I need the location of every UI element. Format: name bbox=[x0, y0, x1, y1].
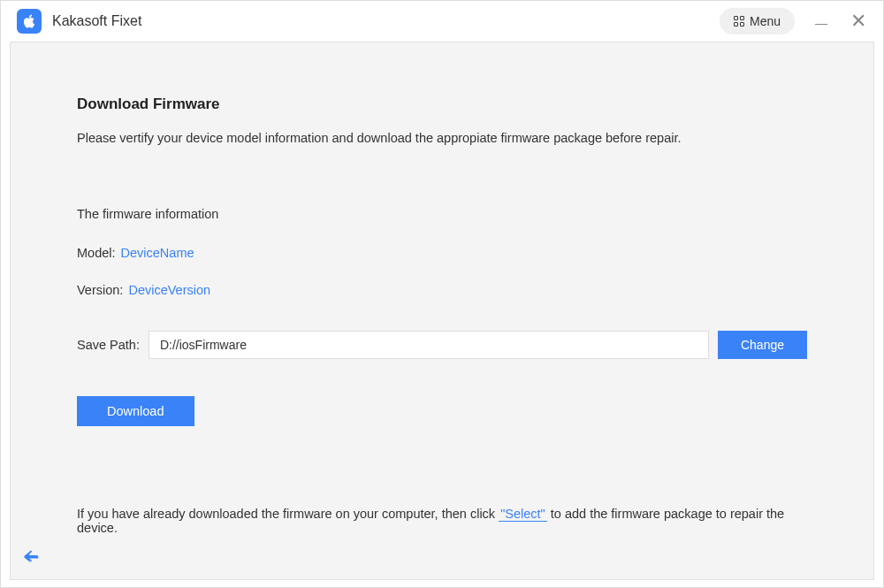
model-row: Model: DeviceName bbox=[77, 246, 807, 260]
version-value: DeviceVersion bbox=[128, 283, 210, 297]
page-subtitle: Please vertify your device model informa… bbox=[77, 131, 807, 145]
window-controls: ✕ bbox=[812, 12, 867, 30]
minimize-button[interactable] bbox=[812, 12, 830, 30]
save-path-row: Save Path: Change bbox=[77, 331, 807, 359]
close-icon: ✕ bbox=[850, 11, 866, 31]
app-window: Kakasoft Fixet Menu ✕ Download Firmware … bbox=[0, 0, 884, 588]
menu-grid-icon bbox=[734, 16, 744, 27]
menu-label: Menu bbox=[750, 14, 781, 28]
page-heading: Download Firmware bbox=[77, 95, 807, 113]
change-button[interactable]: Change bbox=[718, 331, 807, 359]
save-path-input[interactable] bbox=[149, 331, 709, 359]
menu-button[interactable]: Menu bbox=[720, 8, 795, 34]
download-button[interactable]: Download bbox=[77, 396, 194, 426]
help-text: If you have already downloaded the firmw… bbox=[77, 507, 807, 535]
app-title: Kakasoft Fixet bbox=[52, 13, 720, 29]
content-area: Download Firmware Please vertify your de… bbox=[10, 42, 874, 580]
close-button[interactable]: ✕ bbox=[850, 12, 867, 30]
model-label: Model: bbox=[77, 246, 116, 260]
version-row: Version: DeviceVersion bbox=[77, 283, 807, 297]
app-logo bbox=[17, 9, 42, 34]
help-prefix: If you have already downloaded the firmw… bbox=[77, 507, 499, 521]
select-link[interactable]: "Select" bbox=[499, 507, 547, 522]
minimize-icon bbox=[815, 24, 827, 26]
save-path-label: Save Path: bbox=[77, 338, 140, 352]
back-arrow-icon bbox=[19, 547, 42, 567]
version-label: Version: bbox=[77, 283, 123, 297]
model-value: DeviceName bbox=[121, 246, 194, 260]
firmware-info-label: The firmware information bbox=[77, 207, 807, 221]
titlebar: Kakasoft Fixet Menu ✕ bbox=[1, 1, 883, 42]
apple-icon bbox=[21, 13, 37, 29]
back-button[interactable] bbox=[19, 547, 42, 570]
